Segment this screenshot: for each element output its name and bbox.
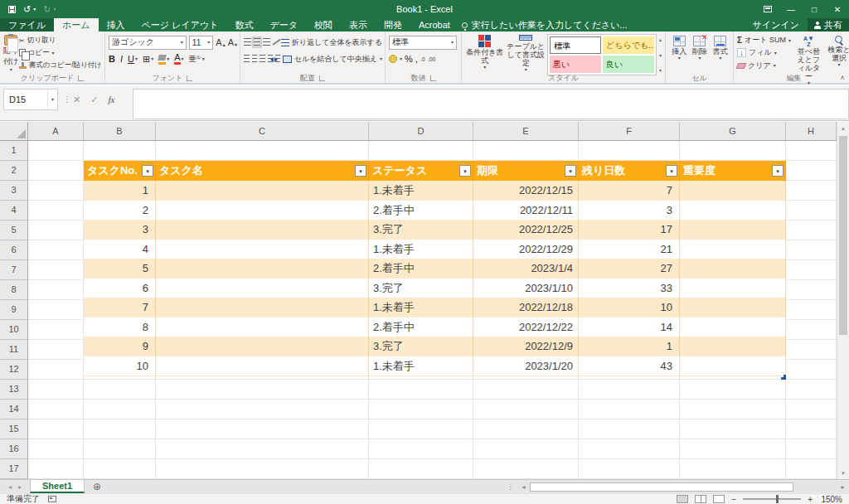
cell-task-name[interactable]: [156, 337, 369, 356]
dialog-launcher-icon[interactable]: [430, 75, 436, 81]
cell-task-no[interactable]: 4: [84, 240, 156, 259]
share-button[interactable]: 共有: [808, 18, 849, 32]
name-box[interactable]: D15 ▾: [3, 89, 58, 110]
cell-due[interactable]: 2022/12/18: [473, 298, 579, 317]
header-due[interactable]: 期限▾: [473, 161, 579, 181]
cell-task-no[interactable]: 8: [84, 317, 156, 337]
gallery-down-icon[interactable]: ▾: [659, 52, 662, 58]
format-cells-button[interactable]: 書式 ▾: [713, 34, 728, 72]
decrease-decimal-button[interactable]: .00: [428, 56, 436, 62]
cell-priority[interactable]: [680, 220, 786, 240]
cell-days[interactable]: 43: [579, 356, 680, 376]
row-header-10[interactable]: 10: [0, 320, 28, 340]
row-header-9[interactable]: 9: [0, 300, 28, 320]
percent-format-button[interactable]: %: [405, 54, 413, 64]
cell-task-no[interactable]: 9: [84, 337, 156, 356]
cell-days[interactable]: 14: [579, 317, 680, 337]
filter-button[interactable]: ▾: [459, 165, 471, 177]
cell-days[interactable]: 27: [579, 259, 680, 279]
cell-due[interactable]: 2022/12/22: [473, 317, 579, 337]
row-header-14[interactable]: 14: [0, 400, 28, 419]
cell-task-no[interactable]: 5: [84, 259, 156, 279]
conditional-formatting-button[interactable]: 条件付き書式 ▾: [465, 34, 504, 72]
cell-days[interactable]: 7: [579, 181, 680, 201]
col-header-b[interactable]: B: [84, 122, 156, 141]
select-all-corner[interactable]: [0, 122, 28, 141]
row-header-1[interactable]: 1: [0, 141, 28, 161]
cell-status[interactable]: 2.着手中: [369, 201, 473, 220]
filter-button[interactable]: ▾: [772, 165, 784, 177]
cell-due[interactable]: 2023/1/20: [473, 356, 579, 376]
dialog-launcher-icon[interactable]: [187, 75, 192, 81]
cell-status[interactable]: 3.完了: [369, 279, 473, 298]
cut-button[interactable]: ✂切り取り: [19, 34, 102, 46]
header-days-left[interactable]: 残り日数▾: [579, 161, 680, 181]
align-right-button[interactable]: [260, 55, 265, 63]
scroll-down-icon[interactable]: ▾: [837, 467, 849, 479]
col-header-a[interactable]: A: [28, 122, 84, 141]
row-header-11[interactable]: 11: [0, 340, 28, 360]
tab-formulas[interactable]: 数式: [226, 18, 261, 32]
row-header-3[interactable]: 3: [0, 181, 28, 201]
cell-task-name[interactable]: [156, 181, 369, 201]
tab-view[interactable]: 表示: [341, 18, 376, 32]
col-header-d[interactable]: D: [369, 122, 473, 141]
zoom-out-button[interactable]: −: [731, 495, 736, 504]
wrap-text-button[interactable]: 折り返して全体を表示する: [281, 36, 382, 49]
row-header-16[interactable]: 16: [0, 439, 28, 459]
save-icon[interactable]: [8, 6, 16, 13]
cell-days[interactable]: 3: [579, 201, 680, 220]
cell-priority[interactable]: [680, 298, 786, 317]
redo-button[interactable]: ↻: [43, 5, 51, 14]
tab-scroll-splitter[interactable]: ⋮: [503, 480, 517, 493]
cell-task-name[interactable]: [156, 356, 369, 376]
cell-priority[interactable]: [680, 337, 786, 356]
cell-status[interactable]: 1.未着手: [369, 181, 473, 201]
comma-format-button[interactable]: ,: [415, 54, 418, 64]
paste-button[interactable]: 貼り付け ▾: [3, 34, 19, 72]
cell-style-normal[interactable]: 標準: [550, 36, 601, 54]
zoom-slider-thumb[interactable]: [776, 495, 779, 503]
cell-style-bad[interactable]: 悪い: [550, 56, 601, 73]
align-left-button[interactable]: [244, 55, 250, 63]
close-button[interactable]: ✕: [826, 0, 849, 18]
formula-input[interactable]: [133, 89, 849, 119]
cell-task-name[interactable]: [156, 240, 369, 259]
cell-task-no[interactable]: 2: [84, 201, 156, 220]
header-task-no[interactable]: タスクNo.▾: [84, 161, 156, 181]
cell-status[interactable]: 1.未着手: [369, 298, 473, 317]
format-painter-button[interactable]: 書式のコピー/貼り付け: [19, 60, 102, 72]
cell-due[interactable]: 2023/1/4: [473, 259, 579, 279]
horizontal-scrollbar[interactable]: ◂ ▸: [517, 480, 849, 493]
orientation-button[interactable]: [273, 38, 279, 46]
borders-button[interactable]: ⊞: [143, 54, 150, 65]
increase-indent-button[interactable]: [268, 55, 273, 63]
header-task-name[interactable]: タスク名▾: [156, 161, 369, 181]
dialog-launcher-icon[interactable]: [78, 75, 84, 81]
cell-status[interactable]: 3.完了: [369, 337, 473, 356]
header-status[interactable]: ステータス▾: [369, 161, 473, 181]
tab-home[interactable]: ホーム: [54, 18, 99, 32]
scroll-right-icon[interactable]: ▸: [837, 483, 849, 491]
autosum-button[interactable]: Σオート SUM▾: [737, 34, 791, 46]
cell-due[interactable]: 2022/12/25: [473, 220, 579, 240]
insert-cells-button[interactable]: 挿入 ▾: [672, 34, 686, 72]
cell-status[interactable]: 2.着手中: [369, 317, 473, 337]
cancel-icon[interactable]: ✕: [73, 94, 80, 105]
row-header-6[interactable]: 6: [0, 240, 28, 260]
cell-status[interactable]: 1.未着手: [369, 240, 473, 259]
cell-status[interactable]: 3.完了: [369, 220, 473, 240]
sort-filter-button[interactable]: A▼Z 並べ替えとフィルター ▾: [794, 34, 823, 72]
filter-button[interactable]: ▾: [666, 165, 677, 177]
cell-due[interactable]: 2022/12/15: [473, 181, 579, 201]
tab-data[interactable]: データ: [261, 18, 306, 32]
next-sheet-icon[interactable]: ▸: [18, 483, 22, 491]
decrease-indent-button[interactable]: [275, 55, 280, 63]
cell-days[interactable]: 17: [579, 220, 680, 240]
zoom-level[interactable]: 150%: [819, 495, 842, 504]
grow-font-button[interactable]: A▴: [216, 38, 225, 47]
filter-button[interactable]: ▾: [142, 165, 153, 177]
cell-task-no[interactable]: 3: [84, 220, 156, 240]
cell-due[interactable]: 2023/1/10: [473, 279, 579, 298]
prev-sheet-icon[interactable]: ◂: [8, 483, 12, 491]
